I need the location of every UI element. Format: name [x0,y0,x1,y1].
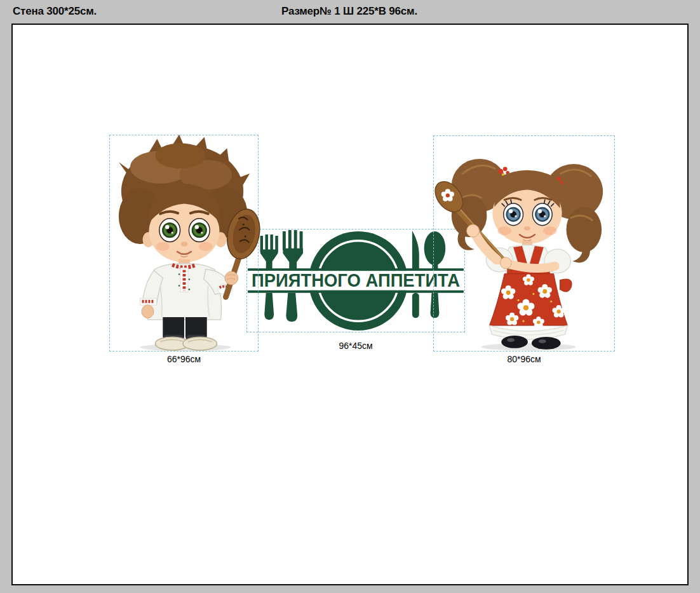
boy-asset-box[interactable] [109,135,259,351]
girl-frill-hem [489,325,567,339]
logo-text: ПРИЯТНОГО АППЕТИТА [252,270,460,290]
girl-size-label: 80*96см [433,354,615,364]
boy-illustration [110,135,258,351]
girl-illustration [434,136,614,351]
logo-size-label: 96*45см [246,341,465,351]
logo-asset-box[interactable]: ПРИЯТНОГО АППЕТИТА [246,229,465,332]
design-proof-page: Стена 300*25см. Размер№ 1 Ш 225*В 96см. [0,0,700,593]
logo-text-band: ПРИЯТНОГО АППЕТИТА [248,268,464,293]
girl-shadow [481,343,575,351]
logo-illustration: ПРИЯТНОГО АППЕТИТА [247,229,464,332]
girl-asset-box[interactable] [433,135,615,351]
boy-size-label: 66*96см [109,354,259,364]
wall-dimensions-label: Стена 300*25см. [13,5,97,18]
layout-size-label: Размер№ 1 Ш 225*В 96см. [281,5,417,18]
